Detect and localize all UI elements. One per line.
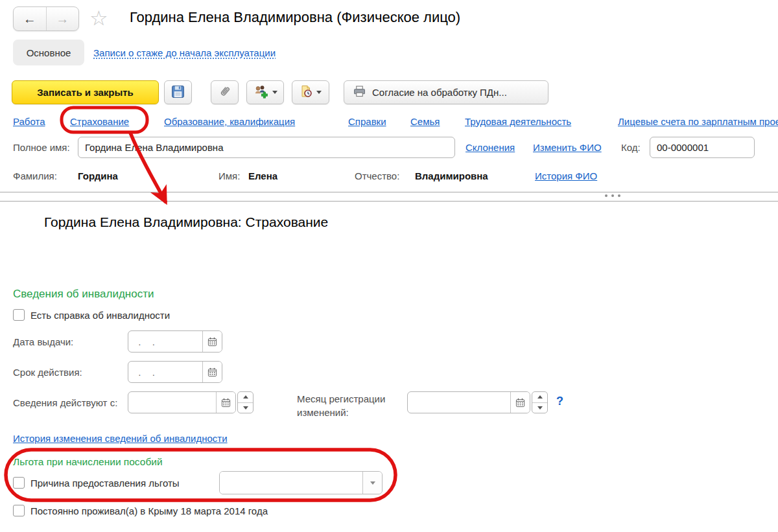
consent-print-label: Согласие на обработку ПДн... xyxy=(372,87,507,98)
benefit-reason-dropdown-button[interactable] xyxy=(362,472,382,494)
dropdown-arrow-icon xyxy=(370,481,375,487)
tab-main[interactable]: Основное xyxy=(13,40,84,65)
save-button[interactable] xyxy=(164,80,192,104)
benefit-group-title: Льгота при начислении пособий xyxy=(13,456,163,468)
effective-from-input[interactable] xyxy=(128,392,216,413)
calendar-icon xyxy=(207,337,217,347)
has-certificate-checkbox[interactable] xyxy=(13,309,25,321)
crimea-label: Постоянно проживал(а) в Крыму 18 марта 2… xyxy=(30,505,268,516)
issue-date-field xyxy=(128,330,222,353)
forward-button[interactable]: → xyxy=(47,7,79,30)
reg-month-label: Месяц регистрации изменений: xyxy=(297,392,410,419)
benefit-reason-combobox xyxy=(219,471,383,494)
effective-from-calendar-button[interactable] xyxy=(216,392,235,413)
issue-date-label: Дата выдачи: xyxy=(13,336,73,347)
dropdown-caret-icon xyxy=(316,91,322,97)
navlink-work[interactable]: Работа xyxy=(13,116,45,127)
name-history-link[interactable]: История ФИО xyxy=(535,170,597,181)
consent-print-button[interactable]: Согласие на обработку ПДн... xyxy=(344,80,548,104)
code-label: Код: xyxy=(621,142,641,153)
reg-month-calendar-button[interactable] xyxy=(510,392,530,413)
issue-date-input[interactable] xyxy=(128,331,202,352)
calendar-icon xyxy=(515,398,525,408)
back-button[interactable]: ← xyxy=(14,7,47,30)
navlink-insurance[interactable]: Страхование xyxy=(70,116,129,127)
spin-up-icon xyxy=(243,393,248,399)
patronymic-label: Отчество: xyxy=(355,170,399,181)
divider-line xyxy=(0,201,778,202)
reg-month-input[interactable] xyxy=(408,392,510,413)
reg-month-spinner xyxy=(532,391,548,413)
validity-label: Срок действия: xyxy=(13,367,82,378)
name-value: Елена xyxy=(248,170,277,181)
navlink-family[interactable]: Семья xyxy=(410,116,440,127)
effective-from-label: Сведения действуют с: xyxy=(13,397,117,408)
help-question-icon[interactable]: ? xyxy=(556,395,563,408)
name-label: Имя: xyxy=(218,170,240,181)
add-person-icon xyxy=(253,85,268,100)
window-title: Гордина Елена Владимировна (Физическое л… xyxy=(130,9,460,26)
effective-from-field xyxy=(128,391,236,413)
issue-date-calendar-button[interactable] xyxy=(202,331,222,352)
surname-value: Гордина xyxy=(78,170,118,181)
records-before-start-link[interactable]: Записи о стаже до начала эксплуатации xyxy=(93,47,276,58)
printer-icon xyxy=(353,86,366,99)
benefit-reason-input[interactable] xyxy=(220,472,362,494)
attachments-button[interactable] xyxy=(211,80,239,104)
document-clock-icon xyxy=(300,85,312,100)
spin-up-button[interactable] xyxy=(238,392,253,403)
spin-down-button[interactable] xyxy=(238,403,253,413)
spin-up-icon xyxy=(537,393,543,399)
document-history-button[interactable] xyxy=(292,80,329,104)
paperclip-icon xyxy=(218,85,231,100)
spin-down-icon xyxy=(243,406,248,412)
benefit-reason-label: Причина предоставления льготы xyxy=(30,478,180,489)
effective-from-spinner xyxy=(237,391,253,413)
full-name-label: Полное имя: xyxy=(13,142,70,153)
calendar-icon xyxy=(221,398,231,408)
spin-down-button[interactable] xyxy=(532,403,547,413)
save-and-close-button[interactable]: Записать и закрыть xyxy=(12,80,159,104)
floppy-save-icon xyxy=(171,85,185,100)
validity-date-field xyxy=(128,361,222,383)
history-nav-group: ← → xyxy=(13,6,79,31)
disability-history-link[interactable]: История изменения сведений об инвалиднос… xyxy=(13,433,228,444)
change-name-link[interactable]: Изменить ФИО xyxy=(533,142,602,153)
validity-date-input[interactable] xyxy=(128,362,202,382)
navlink-references[interactable]: Справки xyxy=(348,116,386,127)
full-name-input[interactable] xyxy=(78,137,455,158)
declension-link[interactable]: Склонения xyxy=(466,142,515,153)
create-based-on-button[interactable] xyxy=(246,80,284,104)
insurance-page-title: Гордина Елена Владимировна: Страхование xyxy=(44,214,328,230)
navlink-accounts[interactable]: Лицевые счета по зарплатным проектам xyxy=(618,116,778,127)
spin-up-button[interactable] xyxy=(532,392,547,403)
favorite-star-icon[interactable]: ☆ xyxy=(89,6,108,30)
disability-group-title: Сведения об инвалидности xyxy=(13,288,154,301)
person-card-window: ← → ☆ Гордина Елена Владимировна (Физиче… xyxy=(0,0,778,532)
code-input[interactable] xyxy=(650,137,755,158)
back-arrow-icon: ← xyxy=(23,12,36,27)
patronymic-value: Владимировна xyxy=(415,170,488,181)
has-certificate-label: Есть справка об инвалидности xyxy=(30,310,170,321)
calendar-icon xyxy=(207,367,217,377)
surname-label: Фамилия: xyxy=(13,170,57,181)
dropdown-caret-icon xyxy=(272,91,277,97)
spin-down-icon xyxy=(537,406,543,412)
benefit-reason-checkbox[interactable] xyxy=(13,477,25,489)
navlink-labor[interactable]: Трудовая деятельность xyxy=(465,116,571,127)
reg-month-field xyxy=(407,391,530,413)
splitter-handle[interactable] xyxy=(605,194,620,197)
navlink-education[interactable]: Образование, квалификация xyxy=(164,116,295,127)
divider-line xyxy=(0,192,778,192)
forward-arrow-icon: → xyxy=(56,12,69,27)
crimea-checkbox[interactable] xyxy=(13,505,25,516)
validity-calendar-button[interactable] xyxy=(202,362,222,382)
